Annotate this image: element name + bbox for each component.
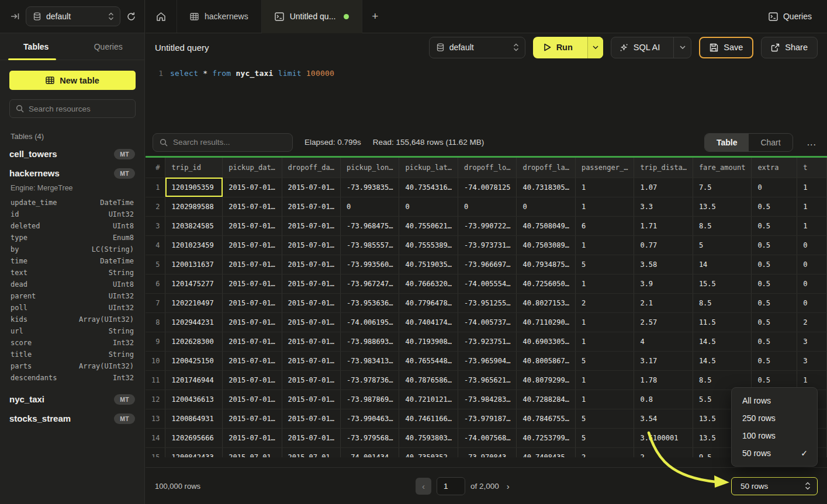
table-cell[interactable]: 0 [340, 197, 399, 216]
table-cell[interactable]: 40.7210121… [399, 390, 458, 409]
table-cell[interactable]: 5 [575, 255, 634, 274]
new-table-button[interactable]: New table [9, 71, 136, 90]
table-cell[interactable]: 0 [458, 197, 516, 216]
table-cell[interactable]: 0 [797, 293, 827, 312]
table-cell[interactable]: 3 [797, 351, 827, 370]
view-tab-table[interactable]: Table [705, 134, 749, 151]
sidebar-search-input[interactable] [29, 105, 129, 113]
table-cell[interactable]: -74.0078125 [458, 178, 516, 197]
table-cell[interactable]: 40.7876586… [399, 370, 458, 390]
table-cell[interactable]: 40.7354316… [399, 178, 458, 197]
share-button[interactable]: Share [761, 37, 818, 58]
table-cell[interactable]: 5 [575, 351, 634, 370]
table-cell[interactable]: 2015-07-01… [282, 235, 340, 255]
table-cell[interactable]: -74.001434 [340, 447, 399, 457]
sql-ai-button[interactable]: SQL AI [611, 37, 691, 58]
table-cell[interactable]: 14 [693, 255, 751, 274]
table-cell[interactable]: 2015-07-01… [223, 312, 282, 332]
tab-home[interactable] [146, 0, 177, 33]
run-options-caret[interactable] [587, 37, 603, 58]
table-cell[interactable]: 13.5 [693, 197, 751, 216]
table-cell[interactable]: 3.3 [634, 197, 693, 216]
table-cell[interactable]: 1200436613 [165, 390, 223, 409]
table-cell[interactable]: 40.7193908… [399, 332, 458, 351]
table-cell[interactable]: 40.6903305… [517, 332, 575, 351]
table-cell[interactable]: 0.5 [752, 216, 797, 235]
table-cell[interactable]: -73.966697… [458, 255, 516, 274]
table-cell[interactable]: -73.951255… [458, 293, 516, 312]
results-search[interactable] [153, 133, 293, 152]
table-cell[interactable]: 0.5 [752, 332, 797, 351]
table-cell[interactable]: 2 [575, 447, 634, 457]
table-cell[interactable]: 40.8027153… [517, 293, 575, 312]
table-cell[interactable]: 40.8079299… [517, 370, 575, 390]
table-cell[interactable]: 5 [575, 409, 634, 428]
column-header[interactable]: dropoff_da… [282, 158, 340, 178]
table-cell[interactable]: 3.6100001 [634, 428, 693, 447]
table-cell[interactable]: 0 [797, 255, 827, 274]
table-cell[interactable]: 2.57 [634, 312, 693, 332]
table-cell[interactable]: 1 [797, 178, 827, 197]
table-cell[interactable]: 5 [693, 235, 751, 255]
table-cell[interactable]: -73.973731… [458, 235, 516, 255]
table-cell[interactable]: 2015-07-01… [223, 235, 282, 255]
column-header[interactable]: dropoff_la… [517, 158, 575, 178]
table-cell[interactable]: 1 [575, 178, 634, 197]
table-cell[interactable]: 2015-07-01… [223, 390, 282, 409]
table-cell[interactable]: 1201475277 [165, 274, 223, 293]
sidebar-table-nyc-taxi[interactable]: nyc_taxi MT [9, 390, 135, 409]
table-cell[interactable]: 1201023459 [165, 235, 223, 255]
table-cell[interactable]: 40.7408435 [517, 447, 575, 457]
table-cell[interactable]: 1202210497 [165, 293, 223, 312]
table-cell[interactable]: 4 [634, 332, 693, 351]
tab-untitled-query[interactable]: Untitled qu... [262, 0, 363, 33]
table-cell[interactable]: 2015-07-01… [282, 178, 340, 197]
table-cell[interactable]: 0.5 [752, 351, 797, 370]
table-cell[interactable]: 40.8005867… [517, 351, 575, 370]
table-cell[interactable]: 0 [752, 178, 797, 197]
new-tab-button[interactable]: + [362, 0, 387, 33]
table-cell[interactable]: 5 [575, 428, 634, 447]
table-cell[interactable]: -73.968475… [340, 216, 399, 235]
table-cell[interactable]: 3.58 [634, 255, 693, 274]
prev-page-button[interactable]: ‹ [416, 478, 431, 495]
table-cell[interactable]: 2015-07-01… [282, 409, 340, 428]
table-cell[interactable]: 40.7555389… [399, 235, 458, 255]
table-cell[interactable]: 40.7503089… [517, 235, 575, 255]
table-cell[interactable]: 0.5 [752, 255, 797, 274]
table-cell[interactable]: 2015-07-01… [282, 351, 340, 370]
table-cell[interactable]: 1 [575, 274, 634, 293]
table-cell[interactable]: 40.7253799… [517, 428, 575, 447]
page-size-option[interactable]: 50 rows✓ [732, 444, 817, 462]
sidebar-tab-tables[interactable]: Tables [0, 33, 72, 60]
table-cell[interactable]: 1200131637 [165, 255, 223, 274]
table-cell[interactable]: 0 [797, 274, 827, 293]
table-cell[interactable]: 40.7461166… [399, 409, 458, 428]
table-cell[interactable]: -74.006195… [340, 312, 399, 332]
table-cell[interactable]: 2015-07-01… [223, 351, 282, 370]
table-cell[interactable]: 0.5 [752, 235, 797, 255]
table-cell[interactable]: 3 [797, 332, 827, 351]
view-tab-chart[interactable]: Chart [749, 134, 792, 151]
table-cell[interactable]: 40.7508049… [517, 216, 575, 235]
table-cell[interactable]: 1 [797, 197, 827, 216]
table-cell[interactable]: 2015-07-01… [282, 274, 340, 293]
table-cell[interactable]: 2015-07-01… [223, 370, 282, 390]
table-cell[interactable]: 40.7519035… [399, 255, 458, 274]
tab-hackernews[interactable]: hackernews [177, 0, 262, 33]
sql-editor[interactable]: 1 select * from nyc_taxi limit 100000 [146, 61, 827, 128]
table-cell[interactable]: 2015-07-01… [282, 428, 340, 447]
table-cell[interactable]: -73.993560… [340, 255, 399, 274]
table-cell[interactable]: 2015-07-01… [282, 312, 340, 332]
table-cell[interactable]: 40.7846755… [517, 409, 575, 428]
table-cell[interactable]: -73.979187… [458, 409, 516, 428]
column-header[interactable]: trip_id [165, 158, 223, 178]
table-cell[interactable]: 1.78 [634, 370, 693, 390]
table-cell[interactable]: 2 [575, 293, 634, 312]
table-cell[interactable]: -73.983413… [340, 351, 399, 370]
refresh-icon[interactable] [126, 12, 136, 22]
table-cell[interactable]: 8.5 [693, 216, 751, 235]
table-cell[interactable]: 2015-07-01… [223, 409, 282, 428]
column-header[interactable]: pickup_lat… [399, 158, 458, 178]
table-cell[interactable]: 40.7256050… [517, 274, 575, 293]
